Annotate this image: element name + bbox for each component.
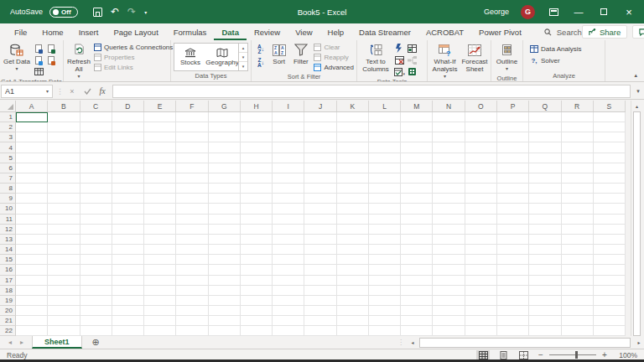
cell-B8[interactable]: [48, 184, 80, 194]
cell-P2[interactable]: [497, 122, 529, 132]
cell-P3[interactable]: [497, 132, 529, 142]
tab-data[interactable]: Data: [214, 23, 247, 40]
cell-F21[interactable]: [176, 316, 208, 326]
cell-E7[interactable]: [144, 173, 176, 184]
cell-G3[interactable]: [209, 132, 241, 142]
cell-N14[interactable]: [433, 245, 465, 255]
cell-O22[interactable]: [465, 326, 497, 336]
cell-F15[interactable]: [176, 255, 208, 265]
cell-Q10[interactable]: [529, 204, 561, 214]
cell-K22[interactable]: [337, 326, 369, 336]
new-sheet-icon[interactable]: ⊕: [82, 336, 110, 349]
cell-O2[interactable]: [465, 122, 497, 132]
cell-I4[interactable]: [273, 142, 304, 153]
scroll-right-icon[interactable]: ▸: [634, 336, 644, 349]
cell-D12[interactable]: [112, 225, 144, 235]
cell-M1[interactable]: [401, 112, 433, 122]
cell-A14[interactable]: [16, 245, 48, 255]
cell-B19[interactable]: [48, 296, 80, 306]
cell-B12[interactable]: [48, 225, 80, 235]
cell-Q18[interactable]: [529, 286, 561, 296]
undo-icon[interactable]: ↶: [111, 6, 119, 18]
cell-G16[interactable]: [209, 265, 241, 275]
cell-F4[interactable]: [176, 142, 208, 153]
tab-help[interactable]: Help: [320, 23, 352, 40]
sort-ascending-icon[interactable]: AZ↓: [254, 44, 267, 55]
cell-D7[interactable]: [112, 173, 144, 184]
row-header-8[interactable]: 8: [0, 184, 16, 194]
cell-A15[interactable]: [16, 255, 48, 265]
cell-E1[interactable]: [144, 112, 176, 122]
cell-S12[interactable]: [594, 225, 626, 235]
redo-icon[interactable]: ↷: [127, 6, 136, 18]
cell-N22[interactable]: [433, 326, 465, 336]
cell-E3[interactable]: [144, 132, 176, 142]
formula-bar-splitter[interactable]: ⋮: [56, 87, 64, 96]
stocks-item[interactable]: Stocks: [174, 44, 206, 70]
cell-M21[interactable]: [401, 316, 433, 326]
cell-Q13[interactable]: [529, 235, 561, 245]
cell-N4[interactable]: [433, 142, 465, 153]
cell-D21[interactable]: [112, 316, 144, 326]
cell-C1[interactable]: [80, 112, 112, 122]
cell-M18[interactable]: [401, 286, 433, 296]
cell-H5[interactable]: [241, 153, 273, 163]
cell-R9[interactable]: [562, 194, 594, 204]
tab-power-pivot[interactable]: Power Pivot: [471, 23, 529, 40]
cell-K18[interactable]: [337, 286, 369, 296]
cell-Q16[interactable]: [529, 265, 561, 275]
cell-J15[interactable]: [304, 255, 336, 265]
cell-I5[interactable]: [273, 153, 304, 163]
cell-B2[interactable]: [48, 122, 80, 132]
cell-B6[interactable]: [48, 163, 80, 173]
cell-P20[interactable]: [497, 306, 529, 316]
cell-R4[interactable]: [562, 142, 594, 153]
cell-R14[interactable]: [562, 245, 594, 255]
cell-S2[interactable]: [594, 122, 626, 132]
cell-J12[interactable]: [304, 225, 336, 235]
cell-L8[interactable]: [369, 184, 401, 194]
minimize-icon[interactable]: —: [572, 5, 585, 18]
cell-I12[interactable]: [273, 225, 304, 235]
cell-G10[interactable]: [209, 204, 241, 214]
cell-Q22[interactable]: [529, 326, 561, 336]
cell-O19[interactable]: [465, 296, 497, 306]
cell-O8[interactable]: [465, 184, 497, 194]
cell-O18[interactable]: [465, 286, 497, 296]
cell-F11[interactable]: [176, 215, 208, 225]
cell-S13[interactable]: [594, 235, 626, 245]
cell-P12[interactable]: [497, 225, 529, 235]
cell-I15[interactable]: [273, 255, 304, 265]
restore-icon[interactable]: [597, 5, 610, 18]
cell-D20[interactable]: [112, 306, 144, 316]
normal-view-icon[interactable]: [476, 350, 490, 360]
what-if-analysis-button[interactable]: ? What-If Analysis ▾: [430, 42, 460, 81]
cell-M5[interactable]: [401, 153, 433, 163]
cell-S9[interactable]: [594, 194, 626, 204]
cell-I21[interactable]: [273, 316, 304, 326]
cell-I10[interactable]: [273, 204, 304, 214]
cell-I1[interactable]: [273, 112, 304, 122]
cell-S4[interactable]: [594, 142, 626, 153]
cell-B17[interactable]: [48, 276, 80, 286]
cell-H15[interactable]: [241, 255, 273, 265]
cell-C2[interactable]: [80, 122, 112, 132]
column-header-M[interactable]: M: [401, 101, 433, 111]
cell-P22[interactable]: [497, 326, 529, 336]
sort-descending-icon[interactable]: ZA↓: [254, 57, 267, 69]
cell-R8[interactable]: [562, 184, 594, 194]
cell-S7[interactable]: [594, 173, 626, 184]
close-icon[interactable]: ×: [622, 5, 636, 18]
cell-L20[interactable]: [369, 306, 401, 316]
cell-S11[interactable]: [594, 215, 626, 225]
cell-M13[interactable]: [401, 235, 433, 245]
cell-P14[interactable]: [497, 245, 529, 255]
cell-R3[interactable]: [562, 132, 594, 142]
data-analysis-button[interactable]: Data Analysis: [530, 44, 581, 54]
edit-links-button[interactable]: Edit Links: [93, 63, 173, 72]
cell-A20[interactable]: [16, 306, 48, 316]
cell-C8[interactable]: [80, 184, 112, 194]
cell-I9[interactable]: [273, 194, 304, 204]
cell-F3[interactable]: [176, 132, 208, 142]
column-header-I[interactable]: I: [273, 101, 304, 111]
